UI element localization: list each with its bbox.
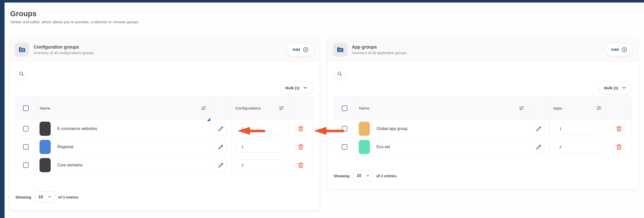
caret-down-icon (48, 196, 51, 198)
config-name-column-header: Name (40, 106, 50, 111)
config-folder-icon (18, 46, 26, 53)
group-color-swatch (40, 122, 51, 136)
entries-count: 3 (63, 195, 65, 199)
page-size-select[interactable]: 10 (353, 170, 373, 181)
group-color-swatch (40, 158, 51, 172)
app-bulk-label: Bulk (1) (604, 86, 618, 90)
config-panel-header: Configuration groups Inventory of all co… (9, 38, 319, 61)
entries-label: entries (384, 174, 396, 178)
edit-button[interactable] (214, 122, 228, 135)
app-folder-icon-box (333, 42, 347, 57)
filter-icon[interactable] (519, 106, 524, 111)
entries-count: 2 (381, 174, 383, 178)
top-frame-bar (0, 0, 644, 3)
page-size-value: 10 (357, 173, 361, 178)
table-row: Eco set 2 (334, 138, 632, 156)
config-bulk-label: Bulk (1) (286, 86, 299, 90)
row-checkbox[interactable] (23, 162, 29, 168)
edit-button[interactable] (532, 140, 545, 154)
column-resize-handle[interactable] (207, 118, 210, 121)
delete-button[interactable] (294, 122, 307, 135)
trash-icon (297, 162, 304, 168)
app-panel-titles: App groups Inventory of all application … (352, 45, 407, 55)
delete-button[interactable] (612, 140, 626, 154)
search-icon (337, 71, 343, 77)
table-row: Global app group 1 (334, 120, 632, 138)
row-checkbox[interactable] (342, 144, 347, 150)
config-add-label: Add (292, 47, 300, 52)
chevron-down-icon (621, 85, 627, 90)
arrow-head (238, 127, 250, 135)
plus-circle-icon (303, 47, 309, 53)
page-size-value: 10 (39, 195, 43, 199)
app-groups-table: Name Apps (334, 97, 632, 156)
config-bulk-button[interactable]: Bulk (1) (280, 81, 313, 94)
config-count-column-header: Configurations (235, 106, 261, 111)
edit-button[interactable] (214, 140, 228, 154)
left-frame-bar (0, 0, 5, 218)
config-pager: Showing 10 of 3 entries (15, 191, 313, 203)
config-panel-title: Configuration groups (34, 45, 94, 50)
config-table-header-row: Name Co (16, 97, 313, 120)
app-bulk-row: Bulk (1) (334, 81, 632, 94)
select-all-checkbox[interactable] (342, 105, 347, 111)
app-panel-title: App groups (352, 45, 407, 50)
groups-page: Groups Viewer and editor, which allows y… (0, 0, 644, 218)
showing-label: Showing (334, 174, 350, 178)
entries-label: entries (66, 195, 78, 199)
entries-summary: of 3 entries (58, 195, 79, 199)
apps-folder-icon (336, 46, 344, 53)
config-search-button[interactable] (15, 68, 28, 80)
filter-icon[interactable] (279, 106, 284, 111)
count-field[interactable]: 1 (236, 141, 284, 153)
delete-button[interactable] (294, 159, 307, 172)
filter-icon[interactable] (201, 106, 206, 111)
table-row: Regional 1 (16, 138, 313, 156)
main-content: Groups Viewer and editor, which allows y… (5, 3, 644, 218)
edit-button[interactable] (214, 159, 228, 172)
page-title: Groups (10, 10, 634, 18)
config-groups-table: Name Co (15, 97, 313, 174)
count-field[interactable]: 2 (554, 141, 601, 153)
arrow-head (314, 127, 326, 135)
row-checkbox[interactable] (23, 144, 29, 150)
app-search-button[interactable] (334, 68, 346, 80)
config-folder-icon-box (15, 42, 29, 57)
app-table-header-row: Name Apps (334, 97, 632, 120)
pencil-icon (218, 144, 224, 150)
table-row: E-commerce websites 1 (16, 120, 313, 138)
group-color-swatch (359, 122, 370, 136)
app-add-button[interactable]: Add (606, 43, 633, 56)
config-add-button[interactable]: Add (287, 43, 314, 56)
group-color-swatch (359, 140, 370, 154)
config-panel-body: Bulk (1) (9, 61, 319, 210)
chevron-down-icon (303, 85, 308, 90)
app-panel-subtitle: Inventory of all application groups (352, 51, 407, 55)
count-field[interactable]: 2 (236, 159, 284, 171)
delete-button[interactable] (294, 140, 307, 154)
select-all-checkbox[interactable] (23, 105, 29, 111)
of-label: of (376, 174, 380, 178)
edit-button[interactable] (532, 122, 545, 135)
page-size-select[interactable]: 10 (35, 191, 55, 203)
app-pager: Showing 10 of 2 entries (334, 170, 632, 181)
delete-button[interactable] (612, 122, 626, 135)
trash-icon (616, 125, 622, 132)
config-panel-subtitle: Inventory of all configurations groups (34, 51, 94, 55)
trash-icon (616, 144, 622, 150)
count-field[interactable]: 1 (554, 123, 601, 135)
row-checkbox[interactable] (23, 126, 29, 132)
trash-icon (297, 125, 304, 132)
trash-icon (297, 144, 304, 150)
group-name: Global app group (376, 126, 408, 131)
group-name: E-commerce websites (57, 126, 97, 131)
filter-icon[interactable] (596, 106, 602, 111)
group-name: Core domains (57, 163, 83, 167)
app-add-label: Add (611, 47, 619, 52)
app-count-column-header: Apps (553, 106, 562, 111)
app-bulk-button[interactable]: Bulk (1) (599, 81, 632, 94)
pencil-icon (218, 162, 224, 168)
config-bulk-row: Bulk (1) (15, 81, 313, 94)
page-subtitle: Viewer and editor, which allows you to p… (10, 20, 634, 24)
of-label: of (58, 195, 62, 199)
